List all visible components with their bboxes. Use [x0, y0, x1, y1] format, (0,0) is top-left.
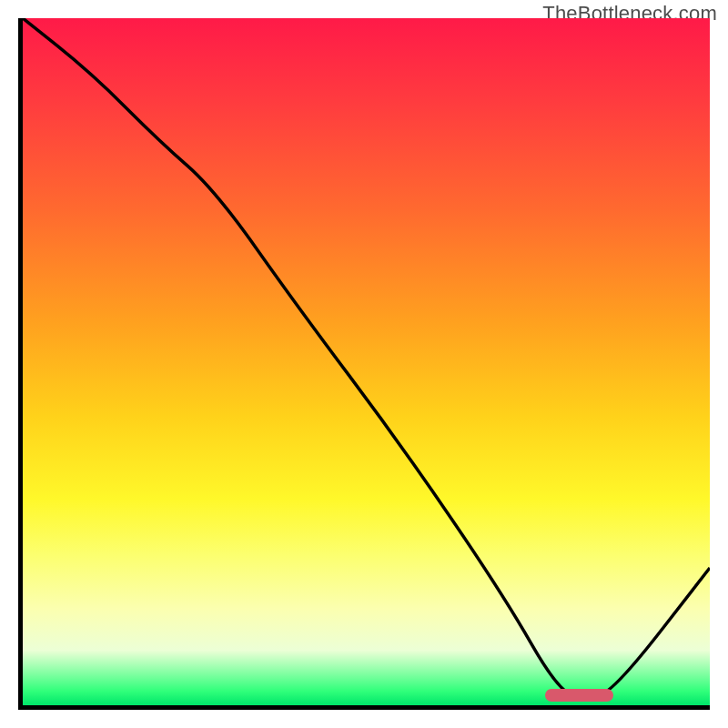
chart-container: TheBottleneck.com	[0, 0, 728, 728]
plot-area	[18, 18, 710, 710]
optimal-marker	[545, 689, 614, 702]
bottleneck-curve	[23, 18, 710, 705]
